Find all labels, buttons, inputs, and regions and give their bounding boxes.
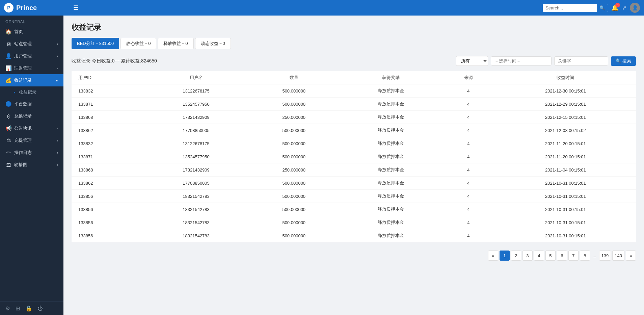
sidebar-item-income-records[interactable]: 💰 收益记录 ∨ xyxy=(0,74,63,86)
balance-icon: ⚖ xyxy=(5,137,11,143)
pagination: « 1 2 3 4 5 6 7 8 ... 139 140 » xyxy=(72,251,636,266)
table-row: 133856 18321542783 500.000000 释放质押本金 4 2… xyxy=(72,229,636,242)
monitor-icon: 🖥 xyxy=(5,41,11,47)
cell-user-id: 133832 xyxy=(72,84,145,98)
cell-source: 4 xyxy=(442,98,495,111)
filter-type-select[interactable]: 所有 BED分红 静态收益 释放收益 动态收益 xyxy=(456,56,488,66)
col-header-user-id: 用户ID xyxy=(72,71,145,84)
col-header-username: 用户名 xyxy=(145,71,248,84)
cell-username: 18321542783 xyxy=(145,229,248,242)
page-next-button[interactable]: » xyxy=(626,251,636,261)
cell-source: 4 xyxy=(442,203,495,216)
sidebar-label-operation-log: 操作日志 xyxy=(14,150,32,156)
power-button[interactable]: ⏻ xyxy=(37,305,43,312)
page-6-button[interactable]: 6 xyxy=(557,251,567,261)
cell-username: 13524577950 xyxy=(145,150,248,163)
filter-info: 收益记录 今日收益:0----累计收益:824650 xyxy=(72,58,157,64)
tab-dynamic-income[interactable]: 动态收益－0 xyxy=(195,38,231,49)
lock-button[interactable]: 🔒 xyxy=(25,305,32,312)
sidebar-item-home[interactable]: 🏠 首页 xyxy=(0,26,63,38)
cell-amount: 500.000000 xyxy=(247,137,340,150)
search-button[interactable]: 🔍 搜索 xyxy=(611,56,636,66)
page-8-button[interactable]: 8 xyxy=(580,251,590,261)
sidebar-label-home: 首页 xyxy=(14,29,23,35)
page-4-button[interactable]: 4 xyxy=(534,251,544,261)
tab-release-income[interactable]: 释放收益－0 xyxy=(158,38,193,49)
sidebar-item-carousel[interactable]: 🖼 轮播图 › xyxy=(0,159,63,171)
cell-amount: 250.000000 xyxy=(247,163,340,177)
sidebar-item-site-manage[interactable]: 🖥 站点管理 › xyxy=(0,38,63,50)
table-row: 133832 13122678175 500.000000 释放质押本金 4 2… xyxy=(72,84,636,98)
cell-user-id: 133856 xyxy=(72,229,145,242)
date-filter-input[interactable] xyxy=(491,56,552,65)
sidebar-item-exchange-records[interactable]: ₿ 兑换记录 xyxy=(0,110,63,122)
col-header-time: 收益时间 xyxy=(495,71,636,84)
notification-button[interactable]: 🔔 0 xyxy=(611,4,619,11)
sidebar-item-platform-data[interactable]: 🔵 平台数据 xyxy=(0,98,63,110)
grid-button[interactable]: ⊞ xyxy=(16,305,20,312)
tab-bed-dividend[interactable]: BED分红－831500 xyxy=(72,38,119,49)
chart-icon: 📊 xyxy=(5,65,11,71)
sidebar-item-operation-log[interactable]: ✏ 操作日志 › xyxy=(0,147,63,159)
cell-amount: 500.000000 xyxy=(247,190,340,203)
cell-user-id: 133856 xyxy=(72,190,145,203)
cell-reward: 释放质押本金 xyxy=(340,229,441,242)
chevron-right-icon-5: › xyxy=(57,139,58,142)
sidebar-footer: ⚙ ⊞ 🔒 ⏻ xyxy=(0,301,63,315)
page-1-button[interactable]: 1 xyxy=(500,251,510,261)
cell-time: 2021-11-20 00:15:01 xyxy=(495,150,636,163)
chevron-right-icon-4: › xyxy=(57,127,58,130)
notification-badge: 0 xyxy=(615,3,620,7)
sidebar-item-user-manage[interactable]: 👤 用户管理 › xyxy=(0,50,63,62)
cell-username: 17321432909 xyxy=(145,111,248,124)
keyword-filter-input[interactable] xyxy=(554,56,608,65)
page-3-button[interactable]: 3 xyxy=(522,251,533,261)
sidebar-item-announcements[interactable]: 📢 公告快讯 › xyxy=(0,122,63,134)
cell-username: 17708850005 xyxy=(145,124,248,137)
table-row: 133871 13524577950 500.000000 释放质押本金 4 2… xyxy=(72,98,636,111)
col-header-source: 来源 xyxy=(442,71,495,84)
cell-source: 4 xyxy=(442,229,495,242)
page-prev-button[interactable]: « xyxy=(488,251,498,261)
table-row: 133832 13122678175 500.000000 释放质押本金 4 2… xyxy=(72,137,636,150)
cell-reward: 释放质押本金 xyxy=(340,98,441,111)
search-btn-label: 搜索 xyxy=(622,58,631,64)
cell-user-id: 133856 xyxy=(72,216,145,229)
hamburger-button[interactable]: ☰ xyxy=(71,3,81,13)
app-name: Prince xyxy=(16,4,37,12)
avatar[interactable]: 👤 xyxy=(630,3,640,13)
cell-source: 4 xyxy=(442,163,495,177)
cell-source: 4 xyxy=(442,150,495,163)
tab-static-income[interactable]: 静态收益－0 xyxy=(120,38,156,49)
search-input[interactable] xyxy=(543,4,597,12)
page-7-button[interactable]: 7 xyxy=(568,251,579,261)
sidebar-label-recharge-manage: 充提管理 xyxy=(14,137,32,143)
cell-source: 4 xyxy=(442,216,495,229)
data-table: 用户ID 用户名 数量 获得奖励 来源 收益时间 133832 13122678… xyxy=(72,71,636,242)
announce-icon: 📢 xyxy=(5,125,11,131)
table-row: 133868 17321432909 250.000000 释放质押本金 4 2… xyxy=(72,163,636,177)
cell-amount: 500.000000 xyxy=(247,216,340,229)
expand-button[interactable]: ⤢ xyxy=(622,5,626,11)
sidebar-sub-item-income-record[interactable]: 收益记录 xyxy=(0,86,63,98)
cell-username: 13524577950 xyxy=(145,98,248,111)
header-left: P Prince ☰ xyxy=(4,3,81,13)
table-row: 133862 17708850005 500.000000 释放质押本金 4 2… xyxy=(72,177,636,190)
page-2-button[interactable]: 2 xyxy=(511,251,521,261)
page-139-button[interactable]: 139 xyxy=(599,251,611,261)
tabs-row: BED分红－831500 静态收益－0 释放收益－0 动态收益－0 xyxy=(72,38,636,49)
cell-source: 4 xyxy=(442,84,495,98)
cell-user-id: 133868 xyxy=(72,163,145,177)
cell-amount: 500.000000 xyxy=(247,124,340,137)
search-icon-button[interactable]: 🔍 xyxy=(597,4,608,12)
sidebar-item-finance-manage[interactable]: 📊 理财管理 › xyxy=(0,62,63,74)
page-140-button[interactable]: 140 xyxy=(612,251,624,261)
cell-time: 2021-10-31 00:15:01 xyxy=(495,177,636,190)
page-5-button[interactable]: 5 xyxy=(545,251,556,261)
table-row: 133856 18321542783 500.000000 释放质押本金 4 2… xyxy=(72,216,636,229)
settings-button[interactable]: ⚙ xyxy=(5,305,10,312)
cell-amount: 500.000000 xyxy=(247,150,340,163)
sidebar-item-recharge-manage[interactable]: ⚖ 充提管理 › xyxy=(0,134,63,147)
cell-reward: 释放质押本金 xyxy=(340,216,441,229)
table-row: 133868 17321432909 250.000000 释放质押本金 4 2… xyxy=(72,111,636,124)
